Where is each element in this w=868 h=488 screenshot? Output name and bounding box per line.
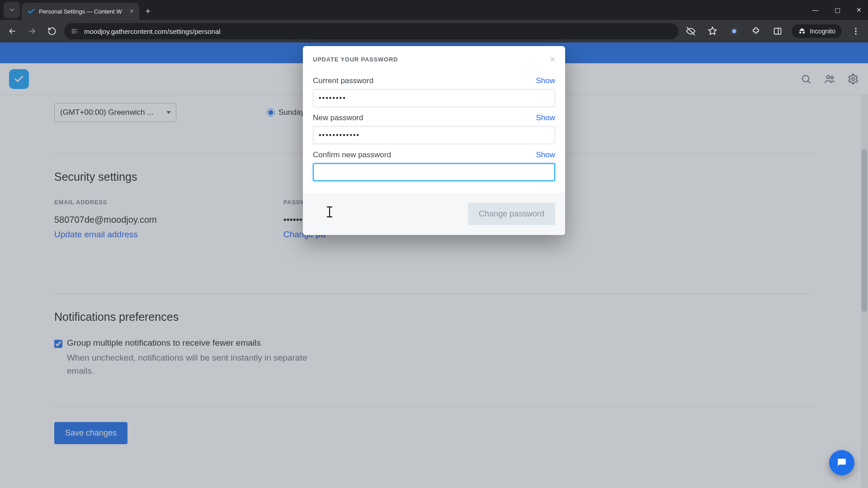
url-text: moodjoy.gathercontent.com/settings/perso… [84, 28, 221, 35]
reload-button[interactable] [44, 23, 60, 39]
svg-point-2 [732, 29, 736, 33]
tab-search-button[interactable] [4, 2, 20, 18]
svg-rect-3 [774, 28, 781, 34]
confirm-password-label: Confirm new password [313, 150, 391, 160]
svg-point-6 [855, 33, 856, 34]
sidepanel-icon[interactable] [770, 23, 785, 39]
confirm-password-input[interactable] [313, 163, 555, 181]
tab-title: Personal Settings — Content W [39, 8, 126, 15]
tab-close-icon[interactable]: × [130, 7, 134, 15]
show-current-password-link[interactable]: Show [536, 76, 555, 85]
bookmark-star-icon[interactable] [705, 23, 720, 39]
back-button[interactable] [5, 23, 20, 39]
new-password-label: New password [313, 113, 363, 122]
address-bar[interactable]: moodjoy.gathercontent.com/settings/perso… [64, 23, 679, 39]
profile-avatar-icon[interactable] [726, 23, 742, 39]
incognito-indicator[interactable]: Incognito [792, 24, 842, 38]
site-settings-icon[interactable] [71, 27, 79, 35]
browser-toolbar: moodjoy.gathercontent.com/settings/perso… [0, 20, 868, 42]
change-password-button[interactable]: Change password [468, 203, 555, 225]
show-confirm-password-link[interactable]: Show [536, 150, 555, 160]
modal-title: UPDATE YOUR PASSWORD [313, 56, 398, 63]
tab-favicon-icon [27, 7, 35, 15]
extensions-icon[interactable] [748, 23, 764, 39]
window-controls: ― ▢ ✕ [810, 0, 868, 20]
current-password-label: Current password [313, 76, 373, 85]
forward-button[interactable] [24, 23, 40, 39]
new-password-input[interactable] [313, 126, 555, 144]
incognito-label: Incognito [810, 28, 835, 35]
show-new-password-link[interactable]: Show [536, 113, 555, 122]
svg-point-5 [855, 30, 856, 32]
chat-fab[interactable] [829, 450, 854, 475]
browser-tab[interactable]: Personal Settings — Content W × [22, 3, 139, 20]
modal-close-icon[interactable]: × [550, 54, 555, 65]
page-viewport: You only have 14 days remaining in your … [0, 42, 868, 488]
chat-icon [836, 457, 848, 469]
kebab-menu-icon[interactable] [848, 23, 863, 39]
window-maximize-icon[interactable]: ▢ [832, 6, 843, 14]
browser-tab-strip: Personal Settings — Content W × + ― ▢ ✕ [0, 0, 868, 20]
update-password-modal: UPDATE YOUR PASSWORD × Current password … [303, 46, 565, 235]
window-close-icon[interactable]: ✕ [854, 6, 864, 14]
svg-point-4 [855, 28, 856, 29]
new-tab-button[interactable]: + [146, 7, 151, 16]
current-password-input[interactable] [313, 89, 555, 107]
window-minimize-icon[interactable]: ― [810, 6, 821, 14]
hide-password-icon[interactable] [683, 23, 698, 39]
